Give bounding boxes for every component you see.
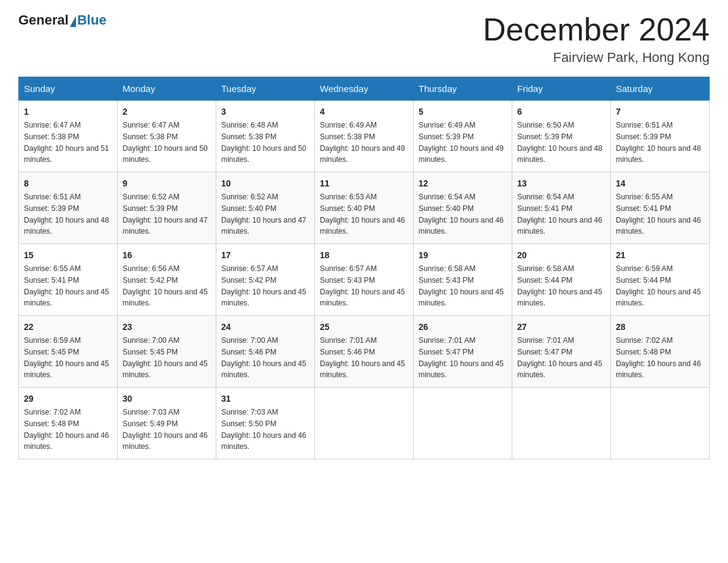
calendar-day-10: 10 Sunrise: 6:52 AMSunset: 5:40 PMDaylig… xyxy=(216,172,315,244)
calendar-week-3: 15 Sunrise: 6:55 AMSunset: 5:41 PMDaylig… xyxy=(19,244,710,316)
day-info: Sunrise: 6:55 AMSunset: 5:41 PMDaylight:… xyxy=(24,264,109,307)
calendar-day-27: 27 Sunrise: 7:01 AMSunset: 5:47 PMDaylig… xyxy=(512,316,611,388)
calendar-day-empty xyxy=(611,388,710,459)
calendar-week-4: 22 Sunrise: 6:59 AMSunset: 5:45 PMDaylig… xyxy=(19,316,710,388)
day-number: 17 xyxy=(221,249,309,262)
day-info: Sunrise: 6:52 AMSunset: 5:39 PMDaylight:… xyxy=(123,193,208,236)
day-info: Sunrise: 6:51 AMSunset: 5:39 PMDaylight:… xyxy=(24,193,109,236)
day-header-saturday: Saturday xyxy=(611,77,710,101)
day-info: Sunrise: 6:50 AMSunset: 5:39 PMDaylight:… xyxy=(517,121,602,164)
day-header-monday: Monday xyxy=(118,77,216,101)
calendar-day-12: 12 Sunrise: 6:54 AMSunset: 5:40 PMDaylig… xyxy=(414,172,512,244)
calendar-day-20: 20 Sunrise: 6:58 AMSunset: 5:44 PMDaylig… xyxy=(512,244,611,316)
day-info: Sunrise: 6:49 AMSunset: 5:39 PMDaylight:… xyxy=(419,121,504,164)
day-number: 8 xyxy=(24,177,112,190)
day-number: 26 xyxy=(419,321,507,334)
calendar-day-19: 19 Sunrise: 6:58 AMSunset: 5:43 PMDaylig… xyxy=(414,244,512,316)
day-header-wednesday: Wednesday xyxy=(315,77,414,101)
day-info: Sunrise: 6:58 AMSunset: 5:43 PMDaylight:… xyxy=(419,264,504,307)
calendar-day-6: 6 Sunrise: 6:50 AMSunset: 5:39 PMDayligh… xyxy=(512,101,611,172)
logo-general-text: General xyxy=(18,12,69,28)
day-info: Sunrise: 6:59 AMSunset: 5:44 PMDaylight:… xyxy=(616,264,701,307)
logo-arrow-icon xyxy=(70,16,76,27)
day-number: 5 xyxy=(419,105,507,118)
day-info: Sunrise: 7:03 AMSunset: 5:49 PMDaylight:… xyxy=(123,408,208,451)
calendar-week-5: 29 Sunrise: 7:02 AMSunset: 5:48 PMDaylig… xyxy=(19,388,710,459)
calendar-week-1: 1 Sunrise: 6:47 AMSunset: 5:38 PMDayligh… xyxy=(19,101,710,172)
day-number: 7 xyxy=(616,105,704,118)
day-info: Sunrise: 7:03 AMSunset: 5:50 PMDaylight:… xyxy=(221,408,306,451)
calendar-header-row: SundayMondayTuesdayWednesdayThursdayFrid… xyxy=(19,77,710,101)
day-number: 12 xyxy=(419,177,507,190)
day-info: Sunrise: 6:48 AMSunset: 5:38 PMDaylight:… xyxy=(221,121,306,164)
calendar-day-16: 16 Sunrise: 6:56 AMSunset: 5:42 PMDaylig… xyxy=(118,244,216,316)
calendar-day-24: 24 Sunrise: 7:00 AMSunset: 5:46 PMDaylig… xyxy=(216,316,315,388)
calendar-day-8: 8 Sunrise: 6:51 AMSunset: 5:39 PMDayligh… xyxy=(19,172,118,244)
day-info: Sunrise: 7:02 AMSunset: 5:48 PMDaylight:… xyxy=(24,408,109,451)
calendar-day-17: 17 Sunrise: 6:57 AMSunset: 5:42 PMDaylig… xyxy=(216,244,315,316)
calendar-table: SundayMondayTuesdayWednesdayThursdayFrid… xyxy=(18,77,710,459)
day-number: 3 xyxy=(221,105,309,118)
calendar-day-2: 2 Sunrise: 6:47 AMSunset: 5:38 PMDayligh… xyxy=(118,101,216,172)
day-number: 18 xyxy=(320,249,408,262)
calendar-day-empty xyxy=(512,388,611,459)
day-header-thursday: Thursday xyxy=(414,77,512,101)
day-number: 19 xyxy=(419,249,507,262)
calendar-day-15: 15 Sunrise: 6:55 AMSunset: 5:41 PMDaylig… xyxy=(19,244,118,316)
day-number: 24 xyxy=(221,321,309,334)
day-number: 14 xyxy=(616,177,704,190)
calendar-week-2: 8 Sunrise: 6:51 AMSunset: 5:39 PMDayligh… xyxy=(19,172,710,244)
day-info: Sunrise: 7:00 AMSunset: 5:46 PMDaylight:… xyxy=(221,336,306,379)
calendar-day-4: 4 Sunrise: 6:49 AMSunset: 5:38 PMDayligh… xyxy=(315,101,414,172)
day-number: 9 xyxy=(123,177,211,190)
location-title: Fairview Park, Hong Kong xyxy=(483,50,710,66)
day-info: Sunrise: 6:47 AMSunset: 5:38 PMDaylight:… xyxy=(123,121,208,164)
calendar-day-empty xyxy=(315,388,414,459)
day-info: Sunrise: 7:00 AMSunset: 5:45 PMDaylight:… xyxy=(123,336,208,379)
calendar-day-5: 5 Sunrise: 6:49 AMSunset: 5:39 PMDayligh… xyxy=(414,101,512,172)
calendar-day-14: 14 Sunrise: 6:55 AMSunset: 5:41 PMDaylig… xyxy=(611,172,710,244)
day-number: 25 xyxy=(320,321,408,334)
day-number: 11 xyxy=(320,177,408,190)
day-number: 30 xyxy=(123,393,211,405)
day-info: Sunrise: 6:54 AMSunset: 5:40 PMDaylight:… xyxy=(419,193,504,236)
calendar-day-7: 7 Sunrise: 6:51 AMSunset: 5:39 PMDayligh… xyxy=(611,101,710,172)
day-info: Sunrise: 6:47 AMSunset: 5:38 PMDaylight:… xyxy=(24,121,109,164)
day-info: Sunrise: 6:57 AMSunset: 5:43 PMDaylight:… xyxy=(320,264,405,307)
calendar-day-23: 23 Sunrise: 7:00 AMSunset: 5:45 PMDaylig… xyxy=(118,316,216,388)
day-info: Sunrise: 6:52 AMSunset: 5:40 PMDaylight:… xyxy=(221,193,306,236)
day-number: 27 xyxy=(517,321,605,334)
day-info: Sunrise: 6:53 AMSunset: 5:40 PMDaylight:… xyxy=(320,193,405,236)
logo: General Blue xyxy=(18,12,107,28)
day-info: Sunrise: 6:59 AMSunset: 5:45 PMDaylight:… xyxy=(24,336,109,379)
day-info: Sunrise: 6:58 AMSunset: 5:44 PMDaylight:… xyxy=(517,264,602,307)
day-number: 10 xyxy=(221,177,309,190)
day-info: Sunrise: 7:02 AMSunset: 5:48 PMDaylight:… xyxy=(616,336,701,379)
day-info: Sunrise: 6:55 AMSunset: 5:41 PMDaylight:… xyxy=(616,193,701,236)
calendar-day-25: 25 Sunrise: 7:01 AMSunset: 5:46 PMDaylig… xyxy=(315,316,414,388)
day-number: 6 xyxy=(517,105,605,118)
day-number: 28 xyxy=(616,321,704,334)
day-info: Sunrise: 6:54 AMSunset: 5:41 PMDaylight:… xyxy=(517,193,602,236)
day-info: Sunrise: 7:01 AMSunset: 5:46 PMDaylight:… xyxy=(320,336,405,379)
day-number: 22 xyxy=(24,321,112,334)
calendar-day-11: 11 Sunrise: 6:53 AMSunset: 5:40 PMDaylig… xyxy=(315,172,414,244)
day-info: Sunrise: 6:56 AMSunset: 5:42 PMDaylight:… xyxy=(123,264,208,307)
calendar-day-empty xyxy=(414,388,512,459)
day-info: Sunrise: 7:01 AMSunset: 5:47 PMDaylight:… xyxy=(517,336,602,379)
calendar-day-31: 31 Sunrise: 7:03 AMSunset: 5:50 PMDaylig… xyxy=(216,388,315,459)
day-number: 31 xyxy=(221,393,309,405)
calendar-body: 1 Sunrise: 6:47 AMSunset: 5:38 PMDayligh… xyxy=(19,101,710,459)
calendar-day-1: 1 Sunrise: 6:47 AMSunset: 5:38 PMDayligh… xyxy=(19,101,118,172)
day-info: Sunrise: 6:51 AMSunset: 5:39 PMDaylight:… xyxy=(616,121,701,164)
day-number: 15 xyxy=(24,249,112,262)
day-info: Sunrise: 7:01 AMSunset: 5:47 PMDaylight:… xyxy=(419,336,504,379)
calendar-day-22: 22 Sunrise: 6:59 AMSunset: 5:45 PMDaylig… xyxy=(19,316,118,388)
calendar-day-9: 9 Sunrise: 6:52 AMSunset: 5:39 PMDayligh… xyxy=(118,172,216,244)
day-number: 16 xyxy=(123,249,211,262)
day-header-sunday: Sunday xyxy=(19,77,118,101)
day-number: 1 xyxy=(24,105,112,118)
calendar-day-28: 28 Sunrise: 7:02 AMSunset: 5:48 PMDaylig… xyxy=(611,316,710,388)
calendar-day-30: 30 Sunrise: 7:03 AMSunset: 5:49 PMDaylig… xyxy=(118,388,216,459)
calendar-day-21: 21 Sunrise: 6:59 AMSunset: 5:44 PMDaylig… xyxy=(611,244,710,316)
